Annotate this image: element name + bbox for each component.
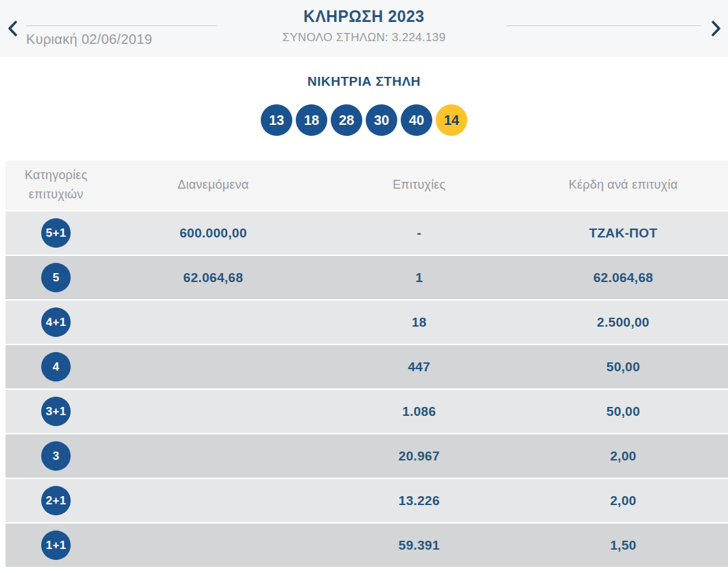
winners-cell: 1 (320, 256, 519, 299)
table-row: 5+1 600.000,00 - ΤΖΑΚ-ΠΟΤ (5, 211, 728, 255)
prize-cell: 1,50 (519, 524, 728, 567)
category-badge: 4+1 (41, 307, 71, 337)
prev-draw-button[interactable] (3, 19, 21, 38)
table-row: 4+1 18 2.500,00 (5, 301, 728, 344)
table-row: 4 447 50,00 (5, 345, 728, 388)
joker-number-ball: 14 (436, 104, 467, 136)
table-row: 3 20.967 2,00 (5, 434, 728, 478)
distributed-cell: 62.064,68 (106, 256, 320, 299)
draw-total-columns: ΣΥΝΟΛΟ ΣΤΗΛΩΝ: 3.224.139 (172, 31, 556, 45)
winners-cell: 18 (320, 301, 519, 344)
column-header-distributed: Διανεμόμενα (106, 161, 320, 210)
category-cell: 3+1 (5, 390, 106, 433)
category-badge: 1+1 (41, 530, 71, 560)
winning-number-ball: 18 (296, 104, 327, 136)
winning-numbers: 13 18 28 30 40 14 (0, 104, 728, 136)
winners-cell: 447 (320, 345, 519, 388)
prize-cell: 2,00 (519, 479, 728, 522)
winners-cell: 20.967 (320, 434, 519, 478)
category-cell: 1+1 (5, 524, 106, 567)
prize-cell: 2,00 (519, 434, 728, 478)
chevron-right-icon (712, 21, 720, 36)
results-table: Κατηγορίες επιτυχιών Διανεμόμενα Επιτυχί… (5, 159, 728, 568)
winning-number-ball: 13 (261, 104, 292, 136)
distributed-cell (106, 434, 320, 478)
winning-number-ball: 28 (331, 104, 362, 136)
chevron-left-icon (8, 21, 17, 36)
winners-cell: 59.391 (320, 524, 519, 567)
category-cell: 5 (5, 256, 106, 299)
winners-cell: 13.226 (320, 479, 519, 522)
category-badge: 5+1 (41, 218, 71, 248)
winning-number-ball: 30 (366, 104, 397, 136)
winners-cell: - (320, 211, 519, 255)
column-header-prize: Κέρδη ανά επιτυχία (519, 161, 728, 210)
page: Κυριακή 02/06/2019 ΚΛΗΡΩΣΗ 2023 ΣΥΝΟΛΟ Σ… (0, 0, 728, 573)
winners-cell: 1.086 (320, 390, 519, 433)
category-cell: 2+1 (5, 479, 106, 522)
column-header-categories: Κατηγορίες επιτυχιών (5, 161, 106, 210)
table-row: 5 62.064,68 1 62.064,68 (5, 256, 728, 299)
distributed-cell (106, 479, 320, 522)
category-badge: 3 (41, 441, 71, 471)
category-badge: 5 (41, 263, 71, 292)
category-badge: 4 (41, 352, 71, 382)
category-badge: 2+1 (41, 486, 71, 515)
winning-number-ball: 40 (401, 104, 432, 136)
prize-cell: 50,00 (519, 390, 728, 433)
draw-title: ΚΛΗΡΩΣΗ 2023 (172, 8, 556, 26)
winning-column-title: ΝΙΚΗΤΡΙΑ ΣΤΗΛΗ (0, 74, 728, 89)
category-cell: 4 (5, 345, 106, 388)
category-cell: 5+1 (5, 211, 106, 255)
category-cell: 4+1 (5, 301, 106, 344)
table-row: 3+1 1.086 50,00 (5, 390, 728, 433)
distributed-cell (106, 524, 320, 567)
prize-cell: 2.500,00 (519, 301, 728, 344)
next-draw-divider (506, 25, 701, 26)
draw-header: Κυριακή 02/06/2019 ΚΛΗΡΩΣΗ 2023 ΣΥΝΟΛΟ Σ… (0, 0, 728, 57)
table-row: 2+1 13.226 2,00 (5, 479, 728, 522)
next-draw-button[interactable] (707, 19, 725, 38)
results-table-header-row: Κατηγορίες επιτυχιών Διανεμόμενα Επιτυχί… (5, 161, 728, 210)
winning-column-section: ΝΙΚΗΤΡΙΑ ΣΤΗΛΗ 13 18 28 30 40 14 (0, 74, 728, 136)
table-row: 1+1 59.391 1,50 (5, 524, 728, 567)
distributed-cell (106, 345, 320, 388)
column-header-winners: Επιτυχίες (320, 161, 519, 210)
prize-cell: 50,00 (519, 345, 728, 388)
distributed-cell: 600.000,00 (106, 211, 320, 255)
distributed-cell (106, 390, 320, 433)
prize-cell: 62.064,68 (519, 256, 728, 299)
prize-cell: ΤΖΑΚ-ΠΟΤ (519, 211, 728, 255)
distributed-cell (106, 301, 320, 344)
category-cell: 3 (5, 434, 106, 478)
draw-header-center: ΚΛΗΡΩΣΗ 2023 ΣΥΝΟΛΟ ΣΤΗΛΩΝ: 3.224.139 (172, 8, 556, 45)
category-badge: 3+1 (41, 397, 71, 426)
